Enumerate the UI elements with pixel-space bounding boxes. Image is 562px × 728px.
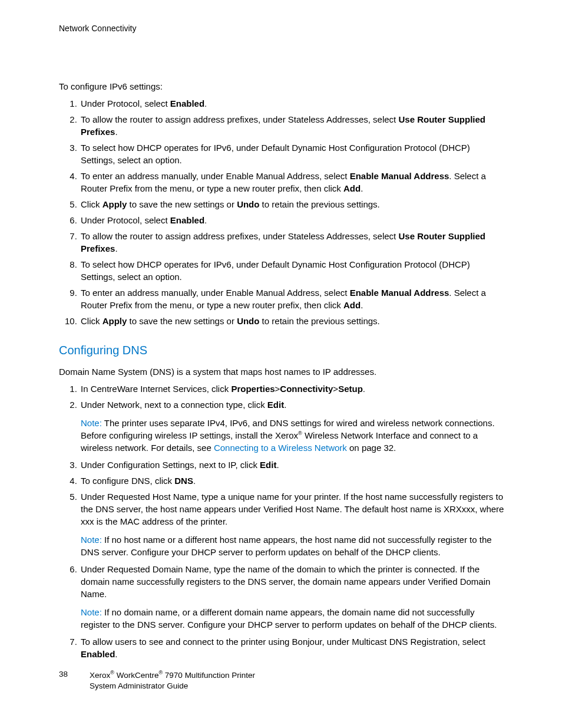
list-item: Click Apply to save the new settings or …	[80, 198, 506, 210]
section-heading: Configuring DNS	[59, 344, 506, 357]
dns-steps-list: In CentreWare Internet Services, click P…	[59, 383, 506, 660]
text: Under Requested Domain Name, type the na…	[81, 564, 490, 599]
bold-text: Apply	[103, 199, 127, 209]
bold-text: Enabled	[170, 98, 204, 108]
bold-text: Connectivity	[280, 384, 333, 394]
bold-text: Enable Manual Address	[350, 171, 449, 181]
text: To enter an address manually, under Enab…	[81, 288, 350, 298]
section-intro: To configure IPv6 settings:	[59, 80, 506, 93]
list-item: Under Requested Domain Name, type the na…	[80, 563, 506, 631]
text: To allow the router to assign address pr…	[81, 231, 398, 241]
text: .	[115, 649, 117, 659]
list-item: Under Protocol, select Enabled.	[80, 97, 506, 110]
note-block: Note: If no host name or a different hos…	[81, 533, 506, 558]
list-item: Click Apply to save the new settings or …	[80, 315, 506, 327]
running-header: Network Connectivity	[59, 24, 506, 33]
document-page: Network Connectivity To configure IPv6 s…	[0, 0, 562, 728]
page-number: 38	[59, 669, 90, 680]
text: If no domain name, or a different domain…	[81, 607, 497, 630]
list-item: To allow the router to assign address pr…	[80, 113, 506, 138]
bold-text: Edit	[260, 460, 276, 470]
page-footer: 38Xerox® WorkCentre® 7970 Multifunction …	[59, 669, 255, 691]
text: Under Network, next to a connection type…	[81, 400, 267, 410]
list-item: To enter an address manually, under Enab…	[80, 286, 506, 311]
bold-text: Add	[343, 183, 361, 193]
text: Click	[81, 199, 103, 209]
list-item: Under Configuration Settings, next to IP…	[80, 459, 506, 471]
text: .	[115, 243, 117, 253]
list-item: Under Network, next to a connection type…	[80, 398, 506, 454]
text: 7970 Multifunction Printer	[163, 671, 255, 680]
text: .	[361, 300, 363, 310]
text: To enter an address manually, under Enab…	[81, 171, 350, 181]
text: WorkCentre	[114, 671, 159, 680]
note-block: Note: If no domain name, or a different …	[81, 606, 506, 631]
bold-text: Undo	[237, 316, 259, 326]
text: Under Requested Host Name, type a unique…	[81, 492, 504, 526]
bold-text: Undo	[237, 199, 259, 209]
bold-text: Edit	[267, 400, 284, 410]
text: Under Configuration Settings, next to IP…	[81, 460, 260, 470]
bold-text: Enabled	[81, 649, 115, 659]
ipv6-steps-list: Under Protocol, select Enabled. To allow…	[59, 97, 506, 327]
bold-text: Apply	[103, 316, 127, 326]
note-label: Note:	[81, 607, 102, 617]
list-item: To select how DHCP operates for IPv6, un…	[80, 258, 506, 283]
doc-link[interactable]: Connecting to a Wireless Network	[214, 443, 347, 453]
dns-intro: Domain Name System (DNS) is a system tha…	[59, 365, 506, 378]
bold-text: Properties	[231, 384, 275, 394]
note-label: Note:	[81, 535, 102, 545]
bold-text: DNS	[174, 476, 193, 486]
footer-text: Xerox® WorkCentre® 7970 Multifunction Pr…	[90, 669, 255, 691]
text: on page 32.	[347, 443, 396, 453]
text: .	[204, 98, 207, 108]
text: >	[333, 384, 338, 394]
text: In CentreWare Internet Services, click	[81, 384, 231, 394]
text: Click	[81, 316, 103, 326]
text: To allow users to see and connect to the…	[81, 637, 485, 647]
text: System Administrator Guide	[90, 681, 188, 690]
bold-text: Enable Manual Address	[350, 288, 449, 298]
list-item: To allow users to see and connect to the…	[80, 635, 506, 660]
note-block: Note: The printer uses separate IPv4, IP…	[81, 417, 506, 454]
text: Under Protocol, select	[81, 98, 170, 108]
text: .	[363, 384, 365, 394]
list-item: Under Protocol, select Enabled.	[80, 214, 506, 226]
text: Xerox	[90, 671, 110, 680]
text: .	[284, 400, 286, 410]
text: If no host name or a different host name…	[81, 535, 492, 557]
list-item: To select how DHCP operates for IPv6, un…	[80, 141, 506, 166]
bold-text: Enabled	[170, 215, 204, 225]
text: To allow the router to assign address pr…	[81, 114, 398, 124]
text: Under Protocol, select	[81, 215, 170, 225]
text: .	[115, 127, 117, 137]
list-item: To configure DNS, click DNS.	[80, 475, 506, 487]
list-item: In CentreWare Internet Services, click P…	[80, 383, 506, 395]
text: .	[193, 476, 196, 486]
bold-text: Add	[343, 300, 361, 310]
text: .	[204, 215, 207, 225]
list-item: To enter an address manually, under Enab…	[80, 170, 506, 195]
text: To configure DNS, click	[81, 476, 174, 486]
reg-mark: ®	[110, 670, 114, 676]
bold-text: Setup	[338, 384, 363, 394]
note-label: Note:	[81, 418, 102, 428]
text: to retain the previous settings.	[259, 199, 379, 209]
text: to save the new settings or	[127, 199, 237, 209]
text: to save the new settings or	[127, 316, 237, 326]
text: to retain the previous settings.	[259, 316, 379, 326]
reg-mark: ®	[298, 430, 302, 436]
list-item: To allow the router to assign address pr…	[80, 230, 506, 255]
text: .	[361, 183, 363, 193]
text: .	[276, 460, 279, 470]
list-item: Under Requested Host Name, type a unique…	[80, 490, 506, 558]
